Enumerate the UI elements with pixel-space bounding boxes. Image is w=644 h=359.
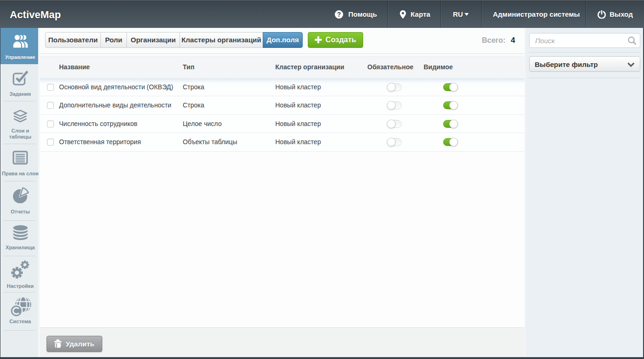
svg-text:?: ? — [337, 11, 341, 18]
